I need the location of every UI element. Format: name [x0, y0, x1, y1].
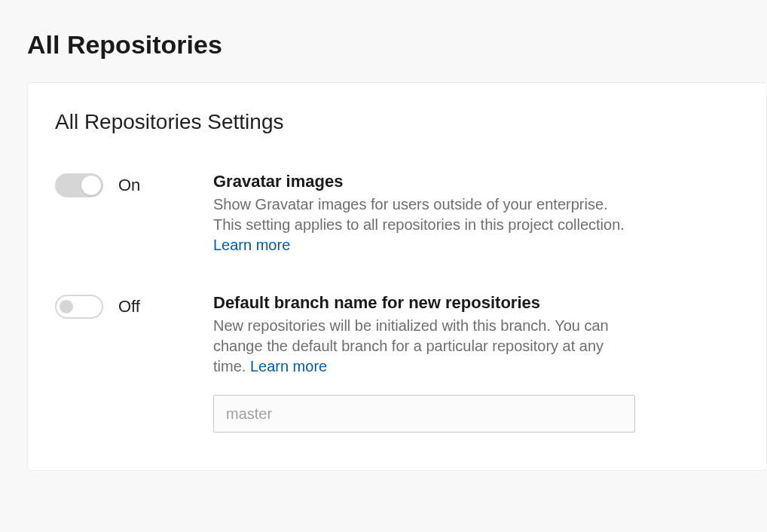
- settings-card: All Repositories Settings On Gravatar im…: [27, 82, 767, 471]
- setting-desc-default-branch: New repositories will be initialized wit…: [213, 316, 635, 377]
- setting-body-gravatar: Gravatar images Show Gravatar images for…: [213, 172, 635, 255]
- toggle-knob-icon: [81, 176, 101, 195]
- desc-text-gravatar: Show Gravatar images for users outside o…: [213, 196, 625, 233]
- setting-title-gravatar: Gravatar images: [213, 172, 635, 191]
- toggle-cell-default-branch: Off: [55, 293, 213, 319]
- toggle-knob-icon: [60, 300, 73, 313]
- toggle-label-default-branch: Off: [118, 297, 140, 316]
- learn-more-gravatar[interactable]: Learn more: [213, 237, 290, 253]
- setting-default-branch: Off Default branch name for new reposito…: [55, 293, 739, 433]
- toggle-gravatar[interactable]: [55, 173, 103, 197]
- page-title: All Repositories: [0, 0, 767, 60]
- setting-title-default-branch: Default branch name for new repositories: [213, 293, 635, 313]
- learn-more-default-branch[interactable]: Learn more: [250, 358, 327, 375]
- toggle-default-branch[interactable]: [55, 295, 103, 319]
- setting-body-default-branch: Default branch name for new repositories…: [213, 293, 635, 433]
- setting-gravatar: On Gravatar images Show Gravatar images …: [55, 172, 739, 255]
- setting-desc-gravatar: Show Gravatar images for users outside o…: [213, 194, 635, 255]
- toggle-cell-gravatar: On: [55, 172, 213, 197]
- toggle-label-gravatar: On: [118, 176, 140, 195]
- card-title: All Repositories Settings: [55, 110, 739, 134]
- default-branch-input[interactable]: [213, 395, 635, 433]
